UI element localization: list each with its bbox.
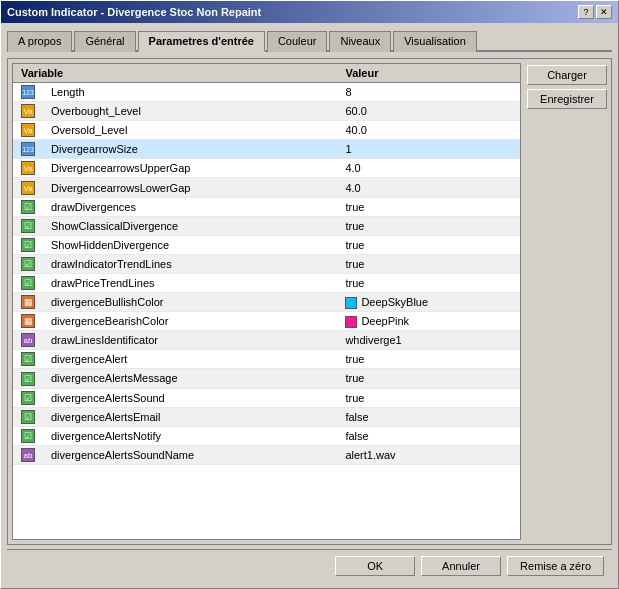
tab-couleur[interactable]: Couleur [267,31,328,52]
icon-cell: Va [13,121,43,140]
tab-visualisation[interactable]: Visualisation [393,31,477,52]
icon-cell: ☑ [13,254,43,273]
variable-value: whdiverge1 [337,331,520,350]
variable-value: true [337,369,520,388]
enregistrer-button[interactable]: Enregistrer [527,89,607,109]
variable-name: divergenceAlertsSoundName [43,445,337,464]
variable-name: ShowClassicalDivergence [43,216,337,235]
variable-name: drawDivergences [43,197,337,216]
variable-value: 60.0 [337,102,520,121]
icon-cell: ☑ [13,350,43,369]
icon-cell: ☑ [13,426,43,445]
variable-value: alert1.wav [337,445,520,464]
variable-name: Length [43,83,337,102]
icon-cell: ☑ [13,369,43,388]
variable-value: true [337,273,520,292]
variable-name: divergenceAlertsMessage [43,369,337,388]
variable-value: DeepPink [337,312,520,331]
variable-name: Overbought_Level [43,102,337,121]
variable-value: 1 [337,140,520,159]
icon-cell: 123 [13,140,43,159]
variable-name: divergenceAlertsNotify [43,426,337,445]
table-container[interactable]: Variable Valeur 123Length8VaOverbought_L… [12,63,521,540]
help-button[interactable]: ? [578,5,594,19]
bottom-bar: OK Annuler Remise a zéro [7,549,612,582]
variable-value: false [337,407,520,426]
variable-value: 8 [337,83,520,102]
side-buttons: Charger Enregistrer [527,63,607,540]
panel-parametres: Variable Valeur 123Length8VaOverbought_L… [7,58,612,545]
icon-cell: Va [13,178,43,197]
variable-name: divergenceAlertsEmail [43,407,337,426]
charger-button[interactable]: Charger [527,65,607,85]
col-variable: Variable [13,64,337,83]
icon-cell: Va [13,102,43,121]
variable-name: drawPriceTrendLines [43,273,337,292]
icon-cell: ☑ [13,407,43,426]
color-swatch [345,316,357,328]
variable-value: true [337,388,520,407]
tab-niveaux[interactable]: Niveaux [329,31,391,52]
variable-name: Oversold_Level [43,121,337,140]
variable-name: DivergearrowSize [43,140,337,159]
variable-value: true [337,216,520,235]
parameters-table: Variable Valeur 123Length8VaOverbought_L… [13,64,520,465]
variable-value: 40.0 [337,121,520,140]
window-title: Custom Indicator - Divergence Stoc Non R… [7,6,261,18]
variable-value: true [337,350,520,369]
variable-name: DivergencearrowsLowerGap [43,178,337,197]
color-swatch [345,297,357,309]
variable-name: divergenceBearishColor [43,312,337,331]
variable-name: ShowHiddenDivergence [43,235,337,254]
variable-value: 4.0 [337,159,520,178]
icon-cell: ▦ [13,312,43,331]
variable-name: DivergencearrowsUpperGap [43,159,337,178]
variable-value: true [337,235,520,254]
title-bar: Custom Indicator - Divergence Stoc Non R… [1,1,618,23]
tab-general[interactable]: Général [74,31,135,52]
variable-value: DeepSkyBlue [337,293,520,312]
col-valeur: Valeur [337,64,520,83]
variable-value: false [337,426,520,445]
icon-cell: ☑ [13,235,43,254]
remise-a-zero-button[interactable]: Remise a zéro [507,556,604,576]
tab-bar: A propos Général Parametres d'entrée Cou… [7,29,612,52]
icon-cell: Va [13,159,43,178]
icon-cell: ▦ [13,293,43,312]
title-bar-buttons: ? ✕ [578,5,612,19]
icon-cell: ab [13,445,43,464]
variable-name: drawIndicatorTrendLines [43,254,337,273]
icon-cell: ☑ [13,273,43,292]
icon-cell: 123 [13,83,43,102]
variable-name: drawLinesIdentificator [43,331,337,350]
variable-name: divergenceAlert [43,350,337,369]
main-area: Variable Valeur 123Length8VaOverbought_L… [12,63,607,540]
icon-cell: ab [13,331,43,350]
variable-name: divergenceBullishColor [43,293,337,312]
icon-cell: ☑ [13,197,43,216]
annuler-button[interactable]: Annuler [421,556,501,576]
tab-apropos[interactable]: A propos [7,31,72,52]
icon-cell: ☑ [13,216,43,235]
tab-parametres[interactable]: Parametres d'entrée [138,31,265,52]
ok-button[interactable]: OK [335,556,415,576]
variable-name: divergenceAlertsSound [43,388,337,407]
close-button[interactable]: ✕ [596,5,612,19]
variable-value: 4.0 [337,178,520,197]
main-window: Custom Indicator - Divergence Stoc Non R… [0,0,619,589]
icon-cell: ☑ [13,388,43,407]
window-content: A propos Général Parametres d'entrée Cou… [1,23,618,588]
variable-value: true [337,197,520,216]
variable-value: true [337,254,520,273]
table-area: Variable Valeur 123Length8VaOverbought_L… [12,63,521,540]
